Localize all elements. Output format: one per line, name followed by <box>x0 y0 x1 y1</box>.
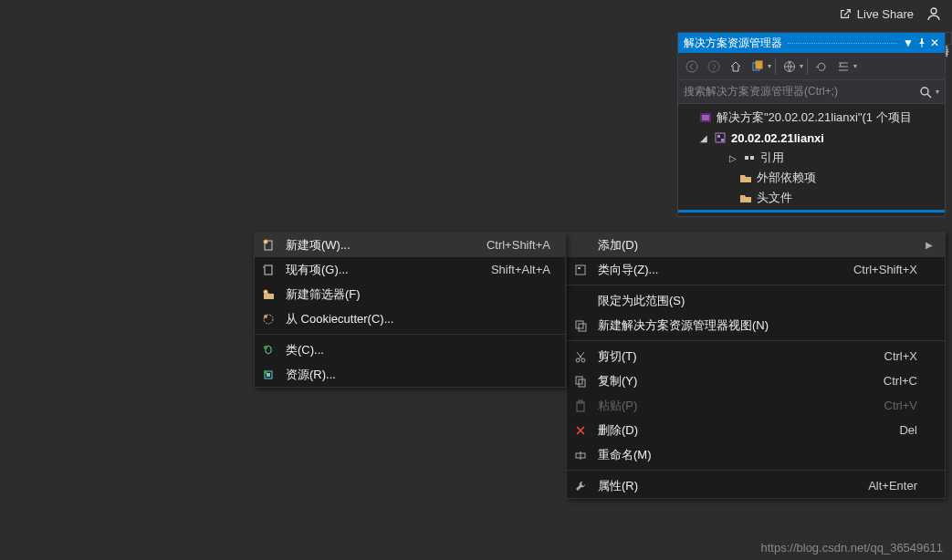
menu-cut[interactable]: 剪切(T) Ctrl+X <box>567 344 945 368</box>
menu-scope[interactable]: 限定为此范围(S) <box>567 288 945 313</box>
paste-icon <box>567 399 594 412</box>
solution-node[interactable]: 解决方案"20.02.02.21lianxi"(1 个项目 <box>678 108 945 128</box>
svg-point-31 <box>264 346 267 349</box>
collapse-icon[interactable] <box>833 57 853 77</box>
share-icon <box>839 7 852 20</box>
account-icon[interactable] <box>926 6 941 21</box>
expand-icon[interactable]: ◢ <box>698 133 709 143</box>
menu-class[interactable]: 类(C)... <box>255 337 565 362</box>
class-icon <box>255 344 282 357</box>
svg-point-30 <box>264 315 267 318</box>
references-icon <box>742 150 757 165</box>
svg-point-6 <box>921 88 928 95</box>
headers-label: 头文件 <box>757 190 792 206</box>
external-deps-node[interactable]: 外部依赖项 <box>678 168 945 188</box>
svg-rect-8 <box>702 115 709 120</box>
new-filter-icon <box>255 288 282 301</box>
svg-point-34 <box>264 370 267 374</box>
solution-explorer-panel: 解决方案资源管理器 ▼ ✕ ▾ ▾ ▾ 搜索解决方案资源管理器(Ctrl+;) … <box>677 32 946 217</box>
svg-rect-15 <box>578 267 581 269</box>
dropdown-icon[interactable]: ▾ <box>768 62 771 70</box>
copy-icon <box>567 375 594 388</box>
search-dropdown-icon[interactable]: ▾ <box>936 88 939 96</box>
panel-close-icon[interactable]: ✕ <box>930 36 939 49</box>
context-submenu-add: 新建项(W)... Ctrl+Shift+A 现有项(G)... Shift+A… <box>254 232 566 388</box>
menu-add[interactable]: 添加(D) ▶ <box>567 233 945 257</box>
solution-tree: 解决方案"20.02.02.21lianxi"(1 个项目 ◢ 20.02.02… <box>678 104 945 216</box>
folder-icon <box>738 171 753 185</box>
menu-copy[interactable]: 复制(Y) Ctrl+C <box>567 368 945 393</box>
headers-node[interactable]: 头文件 <box>678 188 945 208</box>
svg-rect-12 <box>745 156 748 160</box>
context-menu-main: 添加(D) ▶ 类向导(Z)... Ctrl+Shift+X 限定为此范围(S)… <box>566 232 946 499</box>
resource-icon <box>255 368 282 381</box>
svg-rect-17 <box>579 324 586 331</box>
menu-existing-item[interactable]: 现有项(G)... Shift+Alt+A <box>255 257 565 282</box>
nav-back-icon[interactable] <box>682 57 702 77</box>
project-label: 20.02.02.21lianxi <box>731 131 824 145</box>
rename-icon <box>567 449 594 461</box>
title-bar-right: Live Share <box>839 0 952 27</box>
new-view-icon <box>567 319 594 332</box>
svg-rect-4 <box>756 61 762 68</box>
menu-separator <box>567 285 945 285</box>
search-icon[interactable] <box>919 86 932 99</box>
new-item-icon <box>255 239 282 252</box>
watermark: https://blog.csdn.net/qq_36549611 <box>761 541 944 555</box>
selection-indicator <box>678 210 945 213</box>
menu-separator <box>567 470 945 471</box>
submenu-arrow-icon: ▶ <box>923 240 936 250</box>
globe-icon[interactable] <box>779 57 800 77</box>
menu-separator <box>255 334 565 335</box>
svg-point-2 <box>708 61 719 72</box>
svg-rect-27 <box>265 265 272 275</box>
menu-delete[interactable]: 删除(D) Del <box>567 418 945 442</box>
menu-properties[interactable]: 属性(R) Alt+Enter <box>567 473 945 498</box>
nav-forward-icon[interactable] <box>704 57 724 77</box>
menu-rename[interactable]: 重命名(M) <box>567 442 945 467</box>
live-share-button[interactable]: Live Share <box>839 7 914 21</box>
switch-view-icon[interactable] <box>748 57 768 77</box>
expand-icon[interactable]: ▷ <box>727 153 738 163</box>
menu-resource[interactable]: 资源(R)... <box>255 362 565 387</box>
panel-search[interactable]: 搜索解决方案资源管理器(Ctrl+;) ▾ <box>678 80 945 104</box>
menu-new-filter[interactable]: 新建筛选器(F) <box>255 282 565 306</box>
menu-paste: 粘贴(P) Ctrl+V <box>567 393 945 418</box>
menu-cookiecutter[interactable]: 从 Cookiecutter(C)... <box>255 306 565 331</box>
svg-rect-16 <box>576 321 583 328</box>
panel-title-text: 解决方案资源管理器 <box>684 36 782 51</box>
live-share-label: Live Share <box>857 7 914 21</box>
svg-rect-10 <box>717 135 720 138</box>
svg-point-0 <box>931 8 936 14</box>
project-icon <box>713 130 727 145</box>
svg-rect-33 <box>267 373 270 377</box>
menu-new-view[interactable]: 新建解决方案资源管理器视图(N) <box>567 313 945 337</box>
solution-label: 解决方案"20.02.02.21lianxi"(1 个项目 <box>717 109 912 126</box>
cut-icon <box>567 350 594 363</box>
menu-class-wizard[interactable]: 类向导(Z)... Ctrl+Shift+X <box>567 257 945 282</box>
refresh-icon[interactable] <box>811 57 832 77</box>
svg-rect-11 <box>721 139 724 141</box>
svg-point-1 <box>686 61 697 72</box>
project-node[interactable]: ◢ 20.02.02.21lianxi <box>678 128 945 148</box>
menu-new-item[interactable]: 新建项(W)... Ctrl+Shift+A <box>255 233 565 257</box>
existing-item-icon <box>255 264 282 276</box>
dropdown-icon[interactable]: ▾ <box>853 62 857 70</box>
home-icon[interactable] <box>726 57 746 77</box>
dropdown-icon[interactable]: ▾ <box>800 62 803 70</box>
class-wizard-icon <box>567 264 594 276</box>
panel-dropdown-icon[interactable]: ▼ <box>903 36 914 49</box>
folder-icon <box>738 191 753 205</box>
external-deps-label: 外部依赖项 <box>757 170 816 186</box>
wrench-icon <box>567 480 594 493</box>
solution-icon <box>698 110 713 125</box>
panel-title-bar[interactable]: 解决方案资源管理器 ▼ ✕ <box>678 33 945 53</box>
references-label: 引用 <box>760 150 784 166</box>
references-node[interactable]: ▷ 引用 <box>678 148 945 168</box>
svg-rect-14 <box>576 265 585 275</box>
panel-pin-icon[interactable] <box>917 38 926 47</box>
delete-icon <box>567 424 594 437</box>
search-placeholder: 搜索解决方案资源管理器(Ctrl+;) <box>684 84 919 99</box>
menu-separator <box>567 340 945 341</box>
cookiecutter-icon <box>255 313 282 326</box>
